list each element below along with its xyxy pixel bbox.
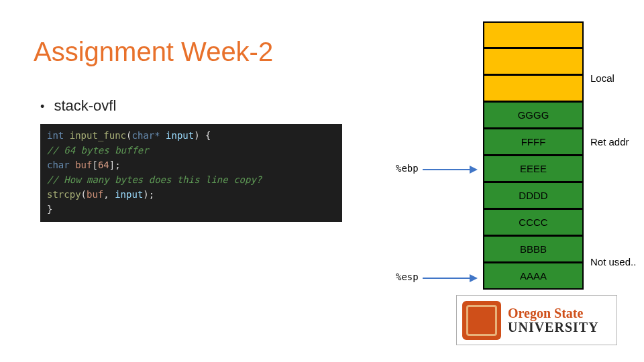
stack-cell-b: BBBB (483, 236, 584, 263)
code-paramtype: char* (131, 130, 160, 141)
code-comment-2: // How many bytes does this line copy? (47, 172, 335, 187)
bullet-dot: • (40, 100, 44, 114)
stack-cell-local-3 (483, 75, 584, 102)
label-retaddr: Ret addr (590, 136, 629, 147)
code-decl-type: char (47, 160, 70, 170)
code-comment-1: // 64 bytes buffer (47, 143, 335, 158)
label-notused: Not used.. (590, 256, 636, 267)
stack-cell-g: GGGG (483, 102, 584, 129)
code-decl-size: 64 (98, 160, 109, 170)
osu-wordmark: Oregon State UNIVERSITY (508, 306, 599, 335)
bullet-item: • stack-ovfl (40, 97, 116, 115)
logo-line1a: Oregon (508, 306, 551, 320)
label-local: Local (590, 72, 614, 84)
stack-cell-local-1 (483, 21, 584, 48)
code-call: strcpy (47, 189, 81, 200)
stack-diagram: GGGG FFFF EEEE DDDD CCCC BBBB AAAA (483, 21, 584, 290)
stack-cell-c: CCCC (483, 209, 584, 236)
label-esp: %esp (396, 272, 419, 282)
stack-cell-a: AAAA (483, 263, 584, 290)
arrow-ebp (423, 169, 476, 170)
code-type: int (47, 130, 64, 141)
stack-cell-d: DDDD (483, 182, 584, 209)
osu-logo: Oregon State UNIVERSITY (456, 295, 617, 345)
code-arg2: input (115, 189, 143, 200)
osu-crest-icon (462, 301, 501, 340)
arrow-esp (423, 278, 476, 279)
stack-cell-e: EEEE (483, 156, 584, 182)
bullet-text: stack-ovfl (54, 97, 116, 114)
label-ebp: %ebp (396, 163, 419, 174)
slide-title: Assignment Week-2 (34, 37, 273, 67)
code-decl-name: buf (75, 160, 92, 170)
code-arg1: buf (87, 189, 103, 200)
code-snippet: int input_func(char* input) { // 64 byte… (40, 124, 342, 222)
code-funcname: input_func (70, 130, 126, 141)
logo-line2: UNIVERSITY (508, 320, 599, 335)
stack-cell-f: FFFF (483, 129, 584, 156)
logo-line1b: State (554, 306, 583, 320)
stack-cell-local-2 (483, 48, 584, 75)
code-paramname: input (166, 130, 194, 141)
